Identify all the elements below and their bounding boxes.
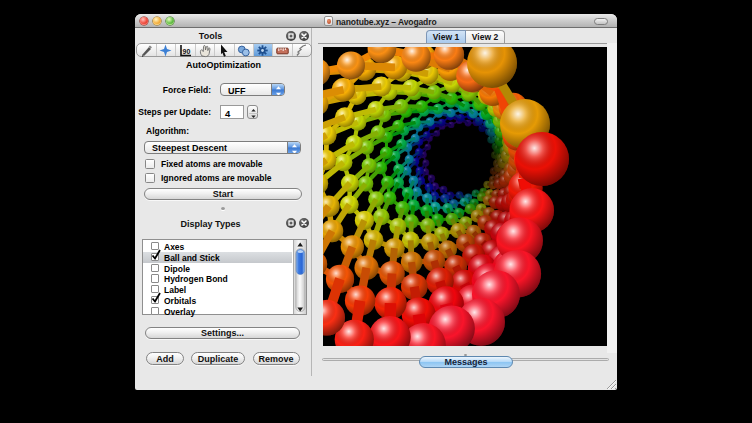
svg-text:90: 90 [182,48,190,55]
